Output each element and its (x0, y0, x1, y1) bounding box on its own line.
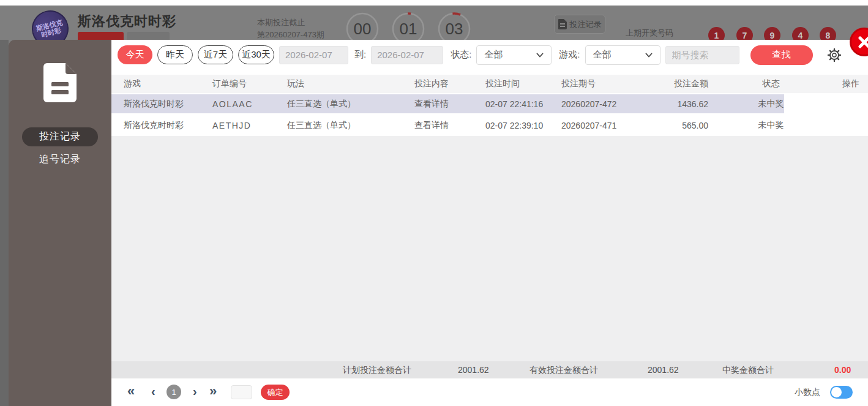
cell-play: 任三直选（单式） (287, 120, 414, 131)
status-badge: 未中奖 (708, 120, 834, 131)
order-id-link[interactable]: AETHJD (212, 121, 287, 130)
view-details-link[interactable]: 查看详情 (414, 99, 485, 110)
cell-play: 任三直选（单式） (287, 99, 414, 110)
prev-page-button[interactable]: ‹ (151, 378, 155, 406)
left-gray-strip (0, 40, 9, 406)
planned-total-label: 计划投注金额合计 (343, 361, 411, 378)
decimal-toggle[interactable] (830, 386, 853, 399)
quick-filter-30days[interactable]: 近30天 (238, 45, 274, 64)
cell-period: 20260207-472 (561, 99, 629, 109)
chevron-down-icon (645, 53, 653, 58)
document-icon (43, 63, 77, 102)
col-content: 投注内容 (414, 78, 485, 89)
summary-bar: 计划投注金额合计 2001.62 有效投注金额合计 2001.62 中奖金额合计… (111, 361, 868, 378)
decimal-point-label: 小数点 (795, 378, 820, 406)
lottery-title: 斯洛伐克时时彩 (78, 12, 176, 31)
win-total-value: 0.00 (834, 361, 851, 378)
chevron-down-icon (536, 53, 544, 58)
confirm-page-button[interactable]: 确定 (261, 385, 290, 400)
modal-sidebar: 投注记录 追号记录 (9, 40, 111, 406)
screen: 斯洛伐克 时时彩 斯洛伐克时时彩 本期投注截止 第20260207-473期 0… (0, 0, 868, 406)
page-jump-input[interactable] (231, 385, 252, 399)
cell-game: 斯洛伐克时时彩 (124, 120, 212, 131)
filter-bar: 今天 昨天 近7天 近30天 到: 状态: 全部 游戏: 全部 (111, 40, 868, 75)
current-page-button[interactable]: 1 (166, 385, 181, 399)
valid-total-label: 有效投注金额合计 (529, 361, 598, 378)
top-white-strip (0, 0, 868, 6)
cell-time: 02-07 22:41:16 (485, 99, 561, 109)
game-label: 游戏: (559, 49, 580, 61)
pagination-bar: « ‹ 1 › » 确定 小数点 (111, 378, 868, 406)
game-select[interactable]: 全部 (585, 45, 660, 65)
col-status: 状态 (708, 78, 834, 89)
status-select[interactable]: 全部 (476, 45, 552, 65)
sidebar-item-bet-records[interactable]: 投注记录 (22, 127, 98, 146)
first-page-button[interactable]: « (127, 378, 135, 406)
order-id-link[interactable]: AOLAAC (212, 99, 287, 109)
planned-total-value: 2001.62 (458, 361, 489, 378)
period-search-input[interactable] (665, 46, 739, 64)
table-header: 游戏 订单编号 玩法 投注内容 投注时间 投注期号 投注金额 状态 操作 (111, 75, 868, 93)
cell-game: 斯洛伐克时时彩 (124, 99, 212, 110)
toggle-knob (831, 387, 842, 397)
gear-icon[interactable] (826, 47, 842, 63)
col-play: 玩法 (287, 78, 414, 89)
bet-record-button[interactable]: 投注记录 (554, 15, 605, 34)
cell-amount: 565.00 (629, 121, 708, 130)
document-icon (558, 19, 567, 29)
last-draw-label: 上期开奖号码 (626, 28, 673, 39)
sidebar-item-chase-records[interactable]: 追号记录 (9, 153, 111, 166)
table-row[interactable]: 斯洛伐克时时彩 AETHJD 任三直选（单式） 查看详情 02-07 22:39… (111, 115, 868, 136)
quick-filter-yesterday[interactable]: 昨天 (157, 45, 193, 64)
bet-records-modal: 投注记录 追号记录 今天 昨天 近7天 近30天 到: 状态: 全部 (9, 40, 868, 406)
cell-amount: 1436.62 (629, 99, 708, 109)
view-details-link[interactable]: 查看详情 (414, 120, 485, 131)
col-action: 操作 (834, 78, 868, 89)
date-to-label: 到: (354, 49, 366, 61)
last-page-button[interactable]: » (209, 378, 217, 406)
win-total-label: 中奖金额合计 (722, 361, 774, 378)
deadline-label: 本期投注截止 (257, 17, 305, 28)
table-row[interactable]: 斯洛伐克时时彩 AOLAAC 任三直选（单式） 查看详情 02-07 22:41… (111, 93, 868, 115)
search-button[interactable]: 查找 (750, 45, 813, 65)
period-label: 第20260207-473期 (257, 29, 324, 40)
cell-period: 20260207-471 (561, 121, 629, 130)
col-order-id: 订单编号 (212, 78, 287, 89)
status-label: 状态: (451, 49, 471, 61)
valid-total-value: 2001.62 (648, 361, 679, 378)
col-game: 游戏 (124, 78, 212, 89)
date-from-input[interactable] (279, 46, 348, 64)
close-icon (858, 36, 868, 49)
background-header: 斯洛伐克 时时彩 斯洛伐克时时彩 本期投注截止 第20260207-473期 0… (0, 6, 868, 40)
cell-time: 02-07 22:39:10 (485, 121, 561, 130)
col-period: 投注期号 (561, 78, 629, 89)
date-to-input[interactable] (371, 46, 443, 64)
quick-filter-today[interactable]: 今天 (118, 45, 152, 64)
col-time: 投注时间 (485, 78, 561, 89)
quick-filter-7days[interactable]: 近7天 (198, 45, 233, 64)
status-badge: 未中奖 (708, 99, 834, 110)
next-page-button[interactable]: › (193, 378, 197, 406)
modal-content: 今天 昨天 近7天 近30天 到: 状态: 全部 游戏: 全部 (111, 40, 868, 406)
col-amount: 投注金额 (629, 78, 708, 89)
